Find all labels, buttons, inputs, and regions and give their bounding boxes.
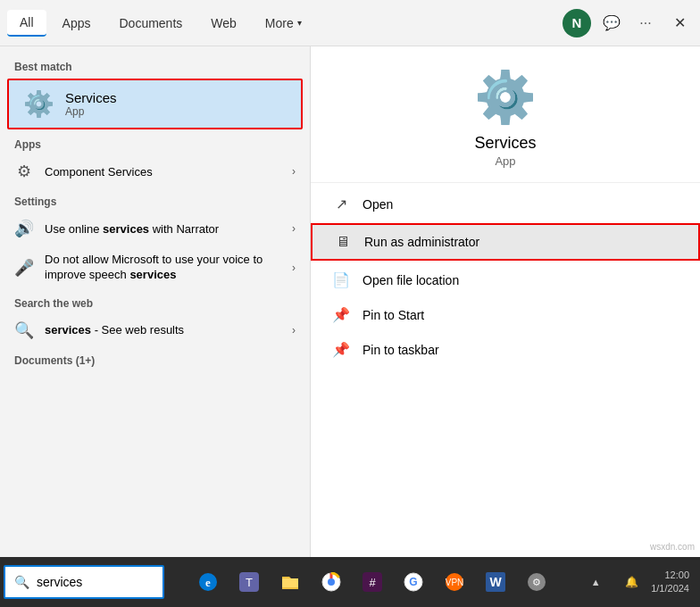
file-location-icon: 📄 <box>332 271 350 288</box>
taskbar-teams-icon[interactable]: T <box>229 562 269 602</box>
action-open[interactable]: ↗ Open <box>311 187 700 221</box>
tab-documents[interactable]: Documents <box>106 11 195 36</box>
taskbar-vpn-icon[interactable]: VPN <box>435 562 474 602</box>
open-icon: ↗ <box>332 195 350 212</box>
tab-apps[interactable]: Apps <box>50 11 104 36</box>
run-admin-label: Run as administrator <box>364 235 479 249</box>
arrow-icon-4: › <box>292 324 296 337</box>
taskbar-files-icon[interactable] <box>271 562 310 602</box>
taskbar-chrome-icon[interactable] <box>312 562 351 602</box>
arrow-icon-2: › <box>292 222 296 235</box>
tab-all[interactable]: All <box>7 10 46 37</box>
pin-taskbar-label: Pin to taskbar <box>362 343 439 357</box>
svg-text:#: # <box>369 576 376 589</box>
search-icon: 🔍 <box>14 575 29 589</box>
svg-text:e: e <box>205 576 211 589</box>
top-nav-bar: All Apps Documents Web More ▾ N 💬 ··· ✕ <box>0 0 700 46</box>
action-pin-start[interactable]: 📌 Pin to Start <box>311 297 700 332</box>
action-run-as-admin[interactable]: 🖥 Run as administrator <box>311 223 700 261</box>
system-tray[interactable]: ▲ <box>579 566 612 598</box>
search-input[interactable] <box>37 575 144 589</box>
clock: 12:00 1/1/2024 <box>651 569 689 596</box>
taskbar: 🔍 e T # G VPN W ⚙ ▲ 🔔 <box>0 557 700 607</box>
app-big-title: Services <box>474 134 536 153</box>
open-label: Open <box>362 197 393 212</box>
action-open-file-location[interactable]: 📄 Open file location <box>311 262 700 297</box>
list-item-narrator-services[interactable]: 🔊 Use online services with Narrator › <box>0 212 310 245</box>
voice-label: Do not allow Microsoft to use your voice… <box>45 253 281 283</box>
taskbar-misc-icon[interactable]: ⚙ <box>517 562 556 602</box>
svg-text:T: T <box>246 576 253 589</box>
web-search-icon: 🔍 <box>14 320 34 340</box>
taskbar-google-icon[interactable]: G <box>394 562 433 602</box>
pin-start-icon: 📌 <box>332 306 350 323</box>
arrow-icon: › <box>292 165 296 178</box>
svg-text:VPN: VPN <box>445 578 463 587</box>
taskbar-icons: e T # G VPN W ⚙ <box>166 562 578 602</box>
list-item-component-services[interactable]: ⚙ Component Services › <box>0 154 310 188</box>
tab-web[interactable]: Web <box>198 11 249 36</box>
best-match-text: Services App <box>65 90 117 118</box>
nav-icons-group: N 💬 ··· ✕ <box>562 9 693 37</box>
microphone-icon: 🎤 <box>14 258 34 278</box>
main-container: Best match ⚙️ Services App Apps ⚙ Compon… <box>0 46 700 557</box>
action-pin-taskbar[interactable]: 📌 Pin to taskbar <box>311 332 700 367</box>
left-panel: Best match ⚙️ Services App Apps ⚙ Compon… <box>0 46 311 557</box>
apps-label: Apps <box>0 131 310 154</box>
best-match-title: Services <box>65 90 117 105</box>
settings-label: Settings <box>0 188 310 212</box>
avatar[interactable]: N <box>562 9 591 37</box>
feedback-icon[interactable]: 💬 <box>598 10 625 37</box>
close-button[interactable]: ✕ <box>666 10 693 37</box>
narrator-label: Use online services with Narrator <box>45 222 281 236</box>
right-panel: ⚙️ Services App ↗ Open 🖥 Run as administ… <box>311 46 700 557</box>
svg-text:G: G <box>409 576 417 588</box>
pin-taskbar-icon: 📌 <box>332 341 350 358</box>
svg-point-5 <box>328 578 335 586</box>
actions-list: ↗ Open 🖥 Run as administrator 📄 Open fil… <box>311 183 700 370</box>
svg-text:⚙: ⚙ <box>532 577 541 587</box>
file-location-label: Open file location <box>362 273 459 287</box>
tab-more[interactable]: More ▾ <box>253 11 314 36</box>
best-match-label: Best match <box>0 54 310 77</box>
admin-icon: 🖥 <box>334 234 352 250</box>
taskbar-slack-icon[interactable]: # <box>353 562 392 602</box>
web-label: Search the web <box>0 290 310 313</box>
svg-text:W: W <box>489 575 502 589</box>
taskbar-right-area: ▲ 🔔 12:00 1/1/2024 <box>579 566 696 598</box>
app-info-section: ⚙️ Services App <box>311 46 700 183</box>
best-match-item[interactable]: ⚙️ Services App <box>7 79 303 129</box>
search-box[interactable]: 🔍 <box>4 565 164 599</box>
services-app-icon: ⚙️ <box>23 89 54 119</box>
docs-label: Documents (1+) <box>0 347 310 370</box>
arrow-icon-3: › <box>292 262 296 274</box>
list-item-web-search[interactable]: 🔍 services - See web results › <box>0 313 310 347</box>
more-options-icon[interactable]: ··· <box>632 10 659 37</box>
best-match-subtitle: App <box>65 105 117 118</box>
component-services-icon: ⚙ <box>14 162 34 181</box>
notification-icon[interactable]: 🔔 <box>615 566 647 598</box>
narrator-icon: 🔊 <box>14 219 34 238</box>
taskbar-word-icon[interactable]: W <box>476 562 515 602</box>
pin-start-label: Pin to Start <box>362 308 424 322</box>
app-big-subtitle: App <box>495 154 515 168</box>
component-services-label: Component Services <box>45 165 281 179</box>
web-search-label: services - See web results <box>45 323 281 337</box>
taskbar-edge-icon[interactable]: e <box>188 562 228 602</box>
chevron-down-icon: ▾ <box>297 18 302 28</box>
list-item-voice-services[interactable]: 🎤 Do not allow Microsoft to use your voi… <box>0 245 310 290</box>
services-big-icon: ⚙️ <box>474 68 537 127</box>
